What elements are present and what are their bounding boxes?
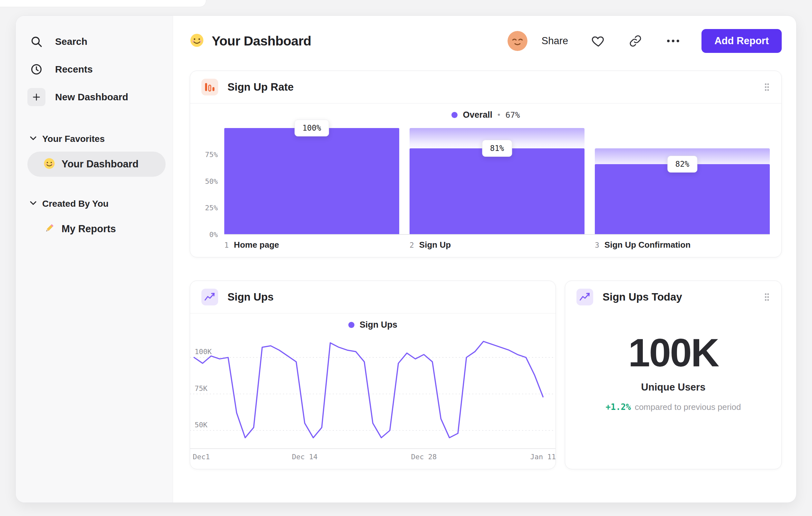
y-tick: 25% xyxy=(205,204,218,212)
stat-value: 100K xyxy=(565,333,781,373)
funnel-value-chip: 81% xyxy=(482,140,512,157)
funnel-step-column: 100% xyxy=(224,128,399,234)
copy-link-icon[interactable] xyxy=(629,34,642,48)
chevron-down-icon xyxy=(30,201,36,207)
line-x-axis: Dec1 Dec 14 Dec 28 Jan 11 xyxy=(190,449,555,464)
y-tick: 50K xyxy=(195,421,207,429)
legend-dot xyxy=(348,322,354,328)
drag-handle-icon[interactable] xyxy=(763,292,771,302)
search-icon xyxy=(27,33,46,51)
favorite-heart-icon[interactable] xyxy=(591,34,605,48)
add-report-button[interactable]: Add Report xyxy=(701,29,782,53)
funnel-step-label: 3 Sign Up Confirmation xyxy=(595,240,770,250)
signups-line-svg xyxy=(190,336,555,449)
sidebar-item-new-dashboard[interactable]: New Dashboard xyxy=(27,83,166,111)
y-tick: 100K xyxy=(195,348,212,356)
legend-label: Sign Ups xyxy=(359,320,397,330)
funnel-step-column: 82% xyxy=(595,128,770,234)
legend-label: Overall xyxy=(463,110,492,120)
funnel-step-labels: 1 Home page 2 Sign Up 3 Sign Up Confirma… xyxy=(190,235,781,250)
delta-value: +1.2% xyxy=(606,402,631,412)
section-title: Your Favorites xyxy=(42,134,105,144)
line-chart-icon xyxy=(201,288,219,306)
step-number: 3 xyxy=(595,241,599,249)
background-window-edge xyxy=(0,0,206,7)
funnel-y-axis: 75% 50% 25% 0% xyxy=(197,128,224,235)
line-chart-icon xyxy=(576,288,593,306)
funnel-value-chip: 100% xyxy=(294,120,329,136)
step-number: 1 xyxy=(224,241,229,249)
sidebar-item-label: Search xyxy=(55,36,87,47)
sidebar-item-label: New Dashboard xyxy=(55,91,128,103)
sidebar-item-your-dashboard[interactable]: Your Dashboard xyxy=(27,152,166,177)
y-tick: 75% xyxy=(205,151,218,159)
x-tick: Dec 14 xyxy=(292,453,317,461)
main-content: Your Dashboard Share Add Report xyxy=(173,16,796,503)
step-name: Home page xyxy=(234,240,279,250)
stat-delta-row: +1.2%compared to previous period xyxy=(565,402,781,412)
y-tick: 50% xyxy=(205,178,218,185)
delta-note: compared to previous period xyxy=(635,402,741,412)
clock-icon xyxy=(27,60,46,78)
funnel-chart-icon xyxy=(201,78,219,96)
legend-dot xyxy=(452,112,458,118)
sign-ups-line-chart[interactable]: 100K 75K 50K xyxy=(190,336,555,449)
app-window: Search Recents New Dashboard Your Favori… xyxy=(16,16,796,503)
legend-value: 67% xyxy=(505,110,520,120)
funnel-step-label: 1 Home page xyxy=(224,240,399,250)
funnel-step-label: 2 Sign Up xyxy=(410,240,584,250)
y-tick: 0% xyxy=(209,230,218,239)
plus-icon xyxy=(27,88,46,106)
sidebar-item-label: Your Dashboard xyxy=(62,158,139,170)
smiley-emoji-icon xyxy=(44,158,55,171)
legend-separator: • xyxy=(497,110,500,119)
section-title: Created By You xyxy=(42,199,109,209)
card-title: Sign Ups xyxy=(228,291,273,303)
step-name: Sign Up Confirmation xyxy=(605,240,691,250)
x-tick: Jan 11 xyxy=(530,453,555,461)
funnel-legend[interactable]: Overall • 67% xyxy=(190,104,781,126)
pencil-emoji-icon xyxy=(44,222,55,236)
section-created-by-you[interactable]: Created By You xyxy=(30,194,166,214)
section-your-favorites[interactable]: Your Favorites xyxy=(30,129,166,149)
card-title: Sign Ups Today xyxy=(603,291,682,303)
sign-up-rate-card: Sign Up Rate Overall • 67% 75% 50% 25% 0… xyxy=(190,71,782,257)
sidebar-item-search[interactable]: Search xyxy=(27,28,166,55)
funnel-bar-solid[interactable] xyxy=(595,164,770,234)
funnel-value-chip: 82% xyxy=(667,156,697,172)
x-tick: Dec1 xyxy=(193,453,210,461)
sign-ups-today-card: Sign Ups Today 100K Unique Users +1.2%co… xyxy=(565,280,782,469)
sidebar-item-recents[interactable]: Recents xyxy=(27,55,166,83)
sidebar-item-label: My Reports xyxy=(62,223,116,235)
share-button[interactable]: Share xyxy=(542,35,569,47)
card-title: Sign Up Rate xyxy=(228,81,294,93)
stat-body: 100K Unique Users +1.2%compared to previ… xyxy=(565,333,781,412)
stat-unit-label: Unique Users xyxy=(565,382,781,393)
smiley-emoji-icon xyxy=(190,33,204,49)
drag-handle-icon[interactable] xyxy=(763,82,771,92)
sign-ups-card: Sign Ups Sign Ups 100K 75K 50K Dec1 Dec … xyxy=(190,280,556,469)
line-legend[interactable]: Sign Ups xyxy=(190,314,555,336)
more-options-icon[interactable] xyxy=(665,33,681,49)
funnel-bar-solid[interactable] xyxy=(224,128,399,234)
dashboard-header: Your Dashboard Share Add Report xyxy=(190,31,782,51)
funnel-chart: 75% 50% 25% 0% 100% 81% xyxy=(190,126,781,235)
sidebar: Search Recents New Dashboard Your Favori… xyxy=(16,16,173,503)
chevron-down-icon xyxy=(30,136,36,142)
y-tick: 75K xyxy=(195,384,207,392)
sidebar-item-my-reports[interactable]: My Reports xyxy=(27,216,166,242)
step-name: Sign Up xyxy=(419,240,451,250)
x-tick: Dec 28 xyxy=(411,453,437,461)
page-title: Your Dashboard xyxy=(212,33,311,49)
funnel-bar-solid[interactable] xyxy=(410,148,584,234)
funnel-bars: 100% 81% 82% xyxy=(224,128,770,235)
user-avatar[interactable] xyxy=(508,31,527,51)
step-number: 2 xyxy=(410,241,414,249)
sidebar-item-label: Recents xyxy=(55,64,93,75)
funnel-step-column: 81% xyxy=(410,128,584,234)
